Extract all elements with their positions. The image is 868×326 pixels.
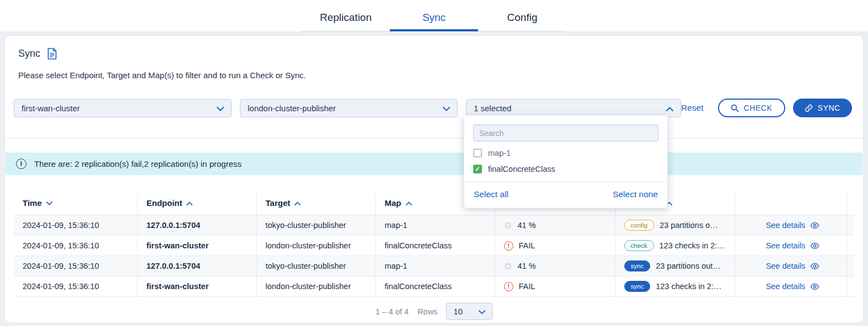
- status-text: FAIL: [519, 282, 535, 291]
- check-button[interactable]: CHECK: [718, 99, 785, 117]
- sync-results-table: Time Endpoint Target Map: [14, 194, 854, 297]
- see-details-link[interactable]: See details: [744, 262, 842, 270]
- page-size-select[interactable]: 10: [446, 303, 492, 320]
- spinner-icon: [504, 262, 512, 270]
- map-select-value: 1 selected: [474, 104, 511, 113]
- column-label: Map: [385, 198, 401, 208]
- checkbox-unchecked[interactable]: [473, 149, 482, 157]
- divider: [5, 138, 863, 139]
- see-details-link[interactable]: See details: [744, 241, 842, 250]
- cell-time: 2024-01-09, 15:36:10: [14, 256, 137, 276]
- page-title: Sync: [18, 48, 40, 59]
- cell-target: tokyo-cluster-publisher: [256, 256, 376, 276]
- fail-icon: !: [504, 282, 513, 291]
- sort-desc-icon: [46, 198, 52, 207]
- cell-status: 41 %: [495, 256, 615, 276]
- cell-time: 2024-01-09, 15:36:10: [14, 215, 137, 236]
- info-icon: i: [16, 159, 26, 169]
- see-details-label: See details: [766, 241, 806, 250]
- cell-status: 41 %: [495, 215, 615, 236]
- table-header-row: Time Endpoint Target Map: [14, 194, 854, 215]
- sort-asc-icon: [186, 198, 192, 207]
- cell-spacer: [846, 276, 854, 297]
- column-header-endpoint[interactable]: Endpoint: [137, 194, 256, 215]
- reset-button[interactable]: Reset: [681, 103, 704, 113]
- search-input[interactable]: [473, 124, 658, 142]
- endpoint-select[interactable]: first-wan-cluster: [14, 99, 232, 117]
- cell-actions: See details: [735, 276, 846, 297]
- check-button-label: CHECK: [744, 104, 773, 112]
- detail-text: 123 checks in 2:…: [660, 241, 725, 250]
- map-option-finalconcreteclass[interactable]: ✓ finalConcreteClass: [473, 165, 658, 173]
- cell-status: ! FAIL: [495, 276, 615, 297]
- status-badge: sync: [624, 281, 651, 292]
- cell-actions: See details: [735, 215, 846, 236]
- column-label: Endpoint: [147, 198, 183, 208]
- column-header-time[interactable]: Time: [14, 194, 137, 215]
- sort-asc-icon: [406, 198, 412, 207]
- cell-status: ! FAIL: [495, 236, 615, 256]
- link-icon: [805, 104, 813, 112]
- cell-actions: See details: [735, 236, 846, 256]
- eye-icon: [810, 283, 819, 290]
- cell-details: check 123 checks in 2:…: [615, 236, 735, 256]
- see-details-label: See details: [766, 221, 806, 230]
- select-all-link[interactable]: Select all: [474, 189, 508, 199]
- cell-spacer: [846, 215, 854, 236]
- cell-endpoint: 127.0.0.1:5704: [137, 256, 256, 276]
- pagination-range: 1 – 4 of 4: [376, 307, 409, 316]
- see-details-label: See details: [766, 262, 806, 270]
- map-option-map-1[interactable]: map-1: [473, 149, 658, 157]
- see-details-link[interactable]: See details: [744, 282, 842, 291]
- select-none-link[interactable]: Select none: [613, 189, 658, 199]
- filter-row: first-wan-cluster london-cluster-publish…: [14, 99, 854, 117]
- cell-actions: See details: [735, 256, 846, 276]
- cell-time: 2024-01-09, 15:36:10: [14, 236, 137, 256]
- rows-label: Rows: [417, 307, 437, 316]
- cell-spacer: [846, 256, 854, 276]
- tab-replication[interactable]: Replication: [302, 5, 390, 31]
- chevron-up-icon: [666, 104, 673, 113]
- eye-icon: [810, 242, 819, 249]
- see-details-link[interactable]: See details: [744, 221, 842, 230]
- map-select[interactable]: 1 selected: [466, 99, 681, 117]
- cell-map: map-1: [376, 256, 495, 276]
- sort-asc-icon: [294, 198, 301, 207]
- spinner-icon: [504, 221, 512, 230]
- cell-time: 2024-01-09, 15:36:10: [14, 276, 137, 297]
- cell-endpoint: 127.0.0.1:5704: [137, 215, 256, 236]
- dropdown-footer: Select all Select none: [464, 182, 667, 208]
- target-select[interactable]: london-cluster-publisher: [240, 99, 458, 117]
- chevron-down-icon: [217, 104, 224, 113]
- sync-button[interactable]: SYNC: [793, 99, 852, 117]
- option-label: map-1: [488, 149, 511, 157]
- status-badge: sync: [624, 260, 651, 271]
- status-text: 41 %: [518, 262, 536, 270]
- top-tab-bar: Replication Sync Config: [0, 0, 868, 31]
- status-badge: check: [624, 240, 654, 251]
- checkbox-checked[interactable]: ✓: [473, 165, 482, 173]
- tab-sync[interactable]: Sync: [390, 5, 478, 31]
- status-text: 41 %: [518, 221, 536, 230]
- column-label: Target: [266, 198, 291, 208]
- cell-map: map-1: [376, 215, 495, 236]
- column-label: Time: [23, 198, 42, 208]
- cell-target: london-cluster-publisher: [256, 236, 376, 256]
- status-text: FAIL: [519, 241, 535, 250]
- eye-icon: [810, 222, 819, 229]
- cell-endpoint: first-wan-cluster: [137, 276, 256, 297]
- detail-text: 23 partitions o…: [660, 221, 718, 230]
- fail-icon: !: [504, 241, 513, 251]
- table-row: 2024-01-09, 15:36:10 127.0.0.1:5704 toky…: [14, 215, 854, 236]
- info-banner: i There are: 2 replication(s) fail,2 rep…: [6, 153, 862, 175]
- panel-subtitle: Please select Endpoint, Target and Map(s…: [18, 70, 850, 80]
- table-row: 2024-01-09, 15:36:10 first-wan-cluster l…: [14, 236, 854, 256]
- document-icon[interactable]: [47, 48, 57, 59]
- cell-target: tokyo-cluster-publisher: [256, 215, 376, 236]
- table-row: 2024-01-09, 15:36:10 first-wan-cluster l…: [14, 276, 854, 297]
- column-header-spacer: [846, 194, 854, 215]
- column-header-target[interactable]: Target: [256, 194, 376, 215]
- pagination: 1 – 4 of 4 Rows 10: [5, 303, 863, 320]
- cell-map: finalConcreteClass: [376, 236, 495, 256]
- tab-config[interactable]: Config: [478, 5, 566, 31]
